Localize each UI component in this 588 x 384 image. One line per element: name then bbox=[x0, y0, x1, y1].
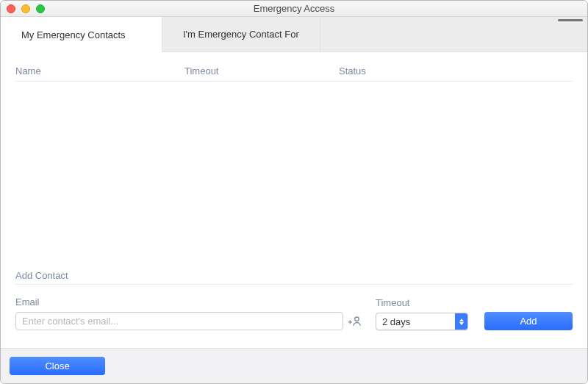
contacts-table-header: Name Timeout Status bbox=[15, 65, 573, 82]
emergency-access-window: Emergency Access My Emergency Contacts I… bbox=[0, 0, 588, 384]
minimize-window-icon[interactable] bbox=[21, 4, 30, 13]
add-button[interactable]: Add bbox=[484, 312, 573, 330]
column-header-name[interactable]: Name bbox=[15, 65, 184, 77]
email-group: Email bbox=[15, 296, 362, 330]
content-area: Name Timeout Status Add Contact Email bbox=[1, 52, 587, 348]
add-person-icon[interactable] bbox=[348, 314, 362, 329]
email-input-wrap bbox=[15, 312, 362, 330]
add-contact-heading: Add Contact bbox=[15, 270, 573, 285]
maximize-window-icon[interactable] bbox=[36, 4, 45, 13]
svg-point-0 bbox=[355, 317, 359, 321]
tab-label: I'm Emergency Contact For bbox=[183, 29, 299, 40]
timeout-label: Timeout bbox=[376, 297, 471, 308]
titlebar: Emergency Access bbox=[1, 1, 587, 17]
close-window-icon[interactable] bbox=[7, 4, 15, 13]
email-field[interactable] bbox=[15, 312, 343, 330]
stepper-arrows-icon bbox=[455, 313, 467, 330]
close-button-label: Close bbox=[45, 360, 69, 371]
email-label: Email bbox=[15, 296, 362, 307]
column-header-timeout[interactable]: Timeout bbox=[184, 65, 339, 77]
tab-bar: My Emergency Contacts I'm Emergency Cont… bbox=[1, 17, 587, 52]
contacts-table-body bbox=[15, 82, 573, 264]
close-button[interactable]: Close bbox=[10, 357, 105, 375]
timeout-group: Timeout 2 days bbox=[376, 297, 471, 330]
footer: Close bbox=[1, 348, 587, 383]
drag-handle-icon[interactable] bbox=[558, 19, 583, 21]
timeout-select[interactable]: 2 days bbox=[376, 313, 468, 330]
tab-my-emergency-contacts[interactable]: My Emergency Contacts bbox=[1, 17, 162, 52]
tab-label: My Emergency Contacts bbox=[21, 29, 126, 40]
window-controls bbox=[7, 4, 45, 13]
add-contact-form: Email Timeout 2 days bbox=[15, 296, 573, 348]
window-title: Emergency Access bbox=[254, 3, 335, 14]
tab-im-emergency-contact-for[interactable]: I'm Emergency Contact For bbox=[162, 17, 320, 51]
add-button-label: Add bbox=[520, 316, 537, 327]
column-header-status[interactable]: Status bbox=[339, 65, 573, 77]
